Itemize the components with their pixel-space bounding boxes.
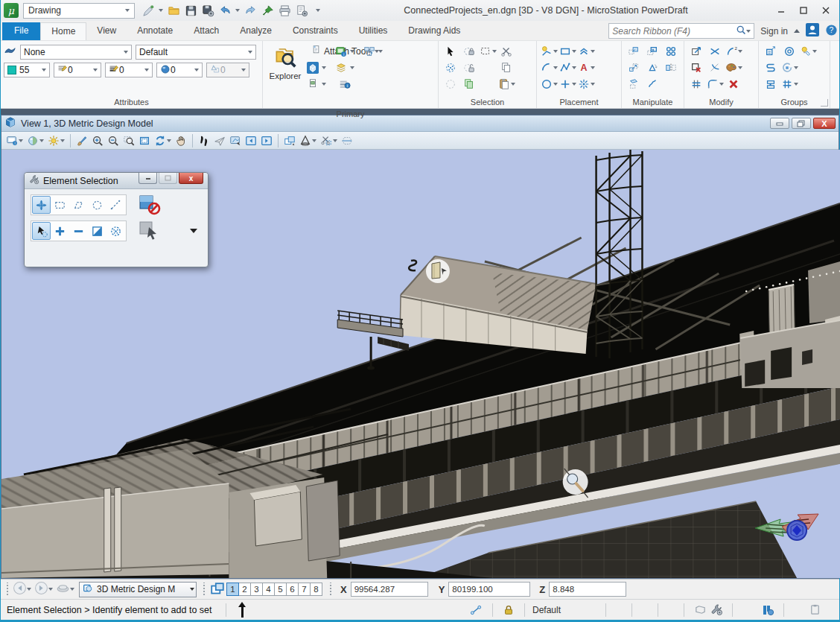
z-value-field[interactable] — [549, 582, 626, 597]
dialog-expand-arrow[interactable] — [190, 229, 197, 233]
chevron-down-icon[interactable] — [572, 50, 576, 53]
ghost-circle-button[interactable] — [442, 76, 459, 92]
view-restore-button[interactable] — [792, 118, 811, 129]
undo-arrow-button[interactable] — [217, 3, 232, 18]
chevron-down-icon[interactable] — [333, 139, 337, 142]
marquee-button[interactable] — [479, 43, 497, 60]
sel-circle-button[interactable] — [88, 196, 106, 214]
chevron-down-icon[interactable] — [553, 66, 558, 69]
view-number-7[interactable]: 7 — [298, 583, 311, 596]
cursor-arrow-button[interactable] — [442, 43, 459, 60]
levels-button[interactable] — [333, 60, 357, 76]
pin-button[interactable] — [260, 3, 275, 18]
break-x-button[interactable] — [706, 43, 724, 60]
mode-invert-button[interactable] — [88, 222, 106, 240]
chevron-down-icon[interactable] — [159, 9, 163, 12]
search-dropdown-icon[interactable] — [746, 30, 751, 33]
view-toggle-button[interactable] — [208, 581, 227, 597]
chevron-down-icon[interactable] — [48, 588, 53, 591]
clip-mask-button[interactable] — [319, 133, 339, 148]
sel-line-button[interactable] — [106, 196, 125, 214]
fence-unlock-button[interactable] — [460, 60, 478, 76]
view-attrs-button[interactable]: i — [4, 133, 25, 148]
tab-constraints[interactable]: Constraints — [282, 22, 349, 40]
template-combo[interactable]: None — [20, 45, 132, 60]
copy-docs-button[interactable] — [497, 60, 515, 76]
ref-cube-button[interactable] — [305, 60, 328, 76]
chevron-down-icon[interactable] — [322, 66, 326, 69]
models-button[interactable]: i — [333, 43, 357, 60]
view-next-button[interactable] — [33, 581, 54, 597]
lineweight-combo[interactable]: 0 — [105, 63, 153, 77]
chevron-down-icon[interactable] — [70, 588, 74, 591]
paste-button[interactable] — [497, 76, 515, 92]
manip-copy-button[interactable] — [625, 43, 643, 60]
chevron-down-icon[interactable] — [350, 50, 354, 53]
tab-home[interactable]: Home — [40, 22, 86, 40]
view-number-2[interactable]: 2 — [238, 583, 251, 596]
level-combo[interactable]: Default — [136, 45, 256, 60]
tab-view[interactable]: View — [86, 22, 127, 40]
chevron-down-icon[interactable] — [27, 588, 31, 591]
scissors-button[interactable] — [497, 43, 515, 60]
y-value-field[interactable] — [448, 582, 530, 597]
pan-hand-button[interactable] — [174, 133, 188, 148]
place-rect-button[interactable] — [559, 43, 576, 60]
element-selection-dialog[interactable]: Element Selection x — [24, 172, 209, 267]
cell-bulb-button[interactable] — [799, 43, 817, 60]
viewport-3d[interactable]: Element Selection x — [1, 150, 840, 578]
properties-button[interactable]: 2 — [361, 43, 385, 60]
fly-button[interactable] — [212, 133, 227, 148]
chevron-down-icon[interactable] — [350, 66, 354, 69]
active-level-indicator[interactable]: Default — [532, 605, 561, 615]
display-style-button[interactable] — [25, 133, 45, 148]
extend-arc-button[interactable]: 2 — [725, 43, 742, 60]
ribbon-search[interactable] — [608, 23, 754, 39]
minimize-button[interactable] — [771, 3, 792, 18]
chevron-down-icon[interactable] — [553, 50, 558, 53]
fence-circle-button[interactable] — [442, 60, 459, 76]
chain-button[interactable] — [762, 60, 780, 76]
trim-hash-button[interactable] — [687, 76, 705, 92]
fillet-button[interactable] — [706, 76, 724, 92]
chevron-down-icon[interactable] — [794, 66, 798, 69]
x-value-field[interactable] — [351, 582, 428, 597]
sel-individual-button[interactable] — [32, 196, 51, 214]
user-account-icon[interactable] — [806, 23, 819, 39]
tab-attach[interactable]: Attach — [183, 22, 229, 40]
tab-utilities[interactable]: Utilities — [349, 22, 398, 40]
place-arc-button[interactable] — [540, 60, 558, 76]
chevron-down-icon[interactable] — [312, 139, 316, 142]
transparency-combo[interactable]: 0 — [156, 63, 203, 77]
dialog-close-button[interactable]: x — [179, 173, 203, 184]
tab-analyze[interactable]: Analyze — [229, 22, 282, 40]
linestyle-combo[interactable]: 0 — [54, 63, 101, 77]
section-clip-button[interactable] — [340, 133, 354, 148]
tab-file[interactable]: File — [2, 22, 40, 40]
fence-lock-button[interactable] — [460, 43, 478, 60]
manip-mirror-button[interactable] — [662, 60, 680, 76]
chevron-down-icon[interactable] — [591, 50, 595, 53]
manip-align-button[interactable] — [625, 76, 643, 92]
sel-smart-button[interactable] — [32, 222, 51, 240]
place-point-button[interactable] — [559, 76, 576, 92]
pointline-button[interactable] — [559, 60, 576, 76]
copy-view-button[interactable] — [282, 133, 297, 148]
modify-el-button[interactable] — [687, 43, 705, 60]
chevron-down-icon[interactable] — [511, 83, 515, 86]
mode-selectall-button[interactable] — [106, 222, 125, 240]
maximize-button[interactable] — [793, 3, 814, 18]
dialog-launcher-icon[interactable] — [821, 99, 828, 107]
sign-in-link[interactable]: Sign in — [760, 26, 788, 37]
array-button[interactable] — [662, 43, 680, 60]
walk-button[interactable] — [197, 133, 211, 148]
clip-volume-button[interactable] — [298, 133, 318, 148]
chevron-down-icon[interactable] — [39, 139, 44, 142]
toolbar-grip[interactable] — [328, 583, 332, 596]
help-icon[interactable]: ? — [825, 24, 838, 39]
manip-move-button[interactable] — [643, 43, 661, 60]
chevron-down-icon[interactable] — [572, 66, 576, 69]
chevron-down-icon[interactable] — [322, 83, 326, 86]
level-info-button[interactable]: i — [333, 76, 357, 92]
place-circle-button[interactable] — [540, 76, 558, 92]
